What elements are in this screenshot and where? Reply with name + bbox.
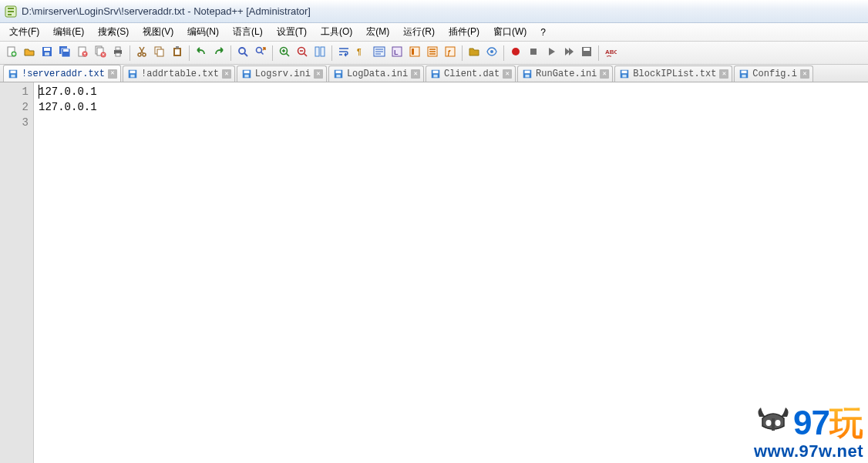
svg-rect-32 <box>321 47 325 56</box>
tab-label: !serveraddr.txt <box>22 69 105 79</box>
tab-close-button[interactable]: ✕ <box>600 69 609 79</box>
func-list-icon: ƒ <box>444 45 456 60</box>
tab-label: Client.dat <box>444 69 500 79</box>
text-line[interactable]: 127.0.0.1 <box>39 99 868 115</box>
svg-point-21 <box>143 53 146 56</box>
record-button[interactable] <box>507 45 524 62</box>
user-lang-button[interactable]: L <box>389 45 405 62</box>
menu-item-7[interactable]: 工具(O) <box>315 24 358 40</box>
text-content[interactable]: 127.0.0.1127.0.0.1 <box>34 82 868 463</box>
tab-logdata-ini[interactable]: LogData.ini✕ <box>328 65 424 82</box>
tab-label: Config.i <box>752 69 797 79</box>
tab-close-button[interactable]: ✕ <box>719 69 728 79</box>
indent-guide-button[interactable] <box>371 45 388 62</box>
monitor-button[interactable] <box>483 45 500 62</box>
menu-item-0[interactable]: 文件(F) <box>3 24 45 40</box>
tab-close-button[interactable]: ✕ <box>222 69 231 79</box>
menu-item-8[interactable]: 宏(M) <box>360 24 395 40</box>
save-macro-button[interactable] <box>578 45 595 62</box>
word-wrap-icon <box>338 45 350 60</box>
svg-text:L: L <box>394 49 399 56</box>
menu-item-12[interactable]: ? <box>534 25 552 39</box>
svg-rect-58 <box>335 71 341 74</box>
zoom-out-button[interactable] <box>294 45 311 62</box>
close-button[interactable] <box>74 45 91 62</box>
menu-item-9[interactable]: 运行(R) <box>397 24 441 40</box>
save-icon <box>8 69 19 79</box>
tab-rungate-ini[interactable]: RunGate.ini✕ <box>517 65 613 82</box>
menu-item-4[interactable]: 编码(N) <box>181 24 225 40</box>
svg-rect-8 <box>45 52 49 55</box>
menu-item-1[interactable]: 编辑(E) <box>47 24 90 40</box>
tab--serveraddr-txt[interactable]: !serveraddr.txt✕ <box>3 65 121 82</box>
show-all-button[interactable]: ¶ <box>353 45 370 62</box>
tab-close-button[interactable]: ✕ <box>503 69 512 79</box>
tab--addrtable-txt[interactable]: !addrtable.txt✕ <box>123 65 235 82</box>
stop-icon <box>527 45 540 60</box>
sync-button[interactable] <box>311 45 328 62</box>
doc-list-button[interactable] <box>424 45 441 62</box>
save-macro-icon <box>580 45 593 60</box>
tab-label: Logsrv.ini <box>255 69 311 79</box>
stop-button[interactable] <box>525 45 542 62</box>
print-button[interactable] <box>109 45 126 62</box>
tab-config-i[interactable]: Config.i✕ <box>734 65 813 82</box>
text-line[interactable]: 127.0.0.1 <box>39 84 868 99</box>
find-button[interactable] <box>234 45 251 62</box>
tab-label: BlockIPList.txt <box>633 69 716 79</box>
save-icon <box>619 69 630 79</box>
tab-close-button[interactable]: ✕ <box>800 69 809 79</box>
word-wrap-button[interactable] <box>335 45 352 62</box>
tab-blockiplist-txt[interactable]: BlockIPList.txt✕ <box>614 65 732 82</box>
undo-button[interactable] <box>193 45 210 62</box>
zoom-out-icon <box>296 45 308 60</box>
zoom-in-button[interactable] <box>276 45 293 62</box>
menu-item-11[interactable]: 窗口(W) <box>487 24 533 40</box>
spell-check-button[interactable]: ABC <box>602 45 619 62</box>
doc-map-button[interactable] <box>406 45 423 62</box>
menu-item-2[interactable]: 搜索(S) <box>92 24 135 40</box>
toolbar: ¶LƒABC <box>0 42 868 65</box>
replace-button[interactable] <box>252 45 269 62</box>
save-all-button[interactable] <box>56 45 73 62</box>
menu-item-5[interactable]: 语言(L) <box>227 24 269 40</box>
close-all-button[interactable] <box>92 45 109 62</box>
func-list-button[interactable]: ƒ <box>442 45 459 62</box>
play-button[interactable] <box>543 45 560 62</box>
svg-rect-1 <box>8 8 14 9</box>
doc-map-icon <box>409 45 421 60</box>
menu-item-3[interactable]: 视图(V) <box>136 24 180 40</box>
folder-button[interactable] <box>466 45 483 62</box>
svg-point-42 <box>490 50 493 53</box>
tab-client-dat[interactable]: Client.dat✕ <box>426 65 516 82</box>
copy-button[interactable] <box>151 45 168 62</box>
play-multi-icon <box>563 45 575 60</box>
open-button[interactable] <box>21 45 38 62</box>
tab-close-button[interactable]: ✕ <box>314 69 323 79</box>
cut-button[interactable] <box>133 45 150 62</box>
play-multi-button[interactable] <box>560 45 577 62</box>
svg-point-20 <box>138 53 141 56</box>
menu-item-10[interactable]: 插件(P) <box>442 24 486 40</box>
app-icon <box>5 5 17 18</box>
replace-icon <box>254 45 267 60</box>
paste-button[interactable] <box>169 45 186 62</box>
tab-close-button[interactable]: ✕ <box>411 69 420 79</box>
svg-rect-71 <box>742 75 746 78</box>
folder-icon <box>468 45 480 60</box>
svg-rect-11 <box>63 49 69 52</box>
zoom-in-icon <box>278 45 291 60</box>
svg-rect-55 <box>244 71 249 74</box>
svg-text:¶: ¶ <box>357 48 362 56</box>
tab-logsrv-ini[interactable]: Logsrv.ini✕ <box>237 65 327 82</box>
svg-rect-65 <box>525 75 529 78</box>
svg-point-28 <box>257 48 262 53</box>
text-line[interactable] <box>39 115 868 130</box>
toolbar-separator <box>503 45 504 61</box>
svg-rect-38 <box>412 49 414 55</box>
save-button[interactable] <box>39 45 56 62</box>
menu-item-6[interactable]: 设置(T) <box>271 24 313 40</box>
tab-close-button[interactable]: ✕ <box>108 69 117 79</box>
new-button[interactable] <box>3 45 20 62</box>
redo-button[interactable] <box>210 45 227 62</box>
